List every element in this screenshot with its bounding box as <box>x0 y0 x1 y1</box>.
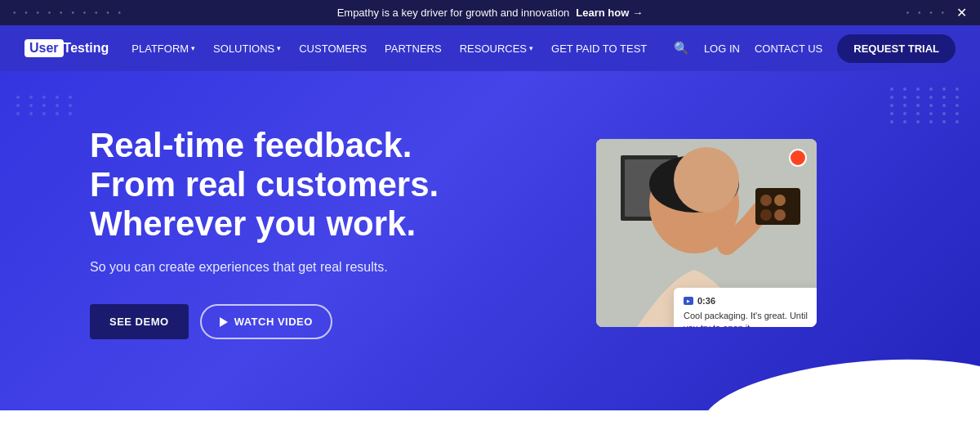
dots-decoration-right: • • • • <box>906 8 947 17</box>
video-frame: 0:36 Cool packaging. It's great. Until y… <box>596 139 817 327</box>
announcement-bar: • • • • • • • • • • Empathy is a key dri… <box>0 0 980 25</box>
announcement-text: Empathy is a key driver for growth and i… <box>337 7 570 19</box>
navbar-left: User Testing PLATFORM ▾ SOLUTIONS ▾ CUST… <box>24 39 647 57</box>
svg-point-8 <box>774 195 786 206</box>
logo-testing: Testing <box>64 41 109 56</box>
chevron-down-icon: ▾ <box>529 44 533 52</box>
login-link[interactable]: LOG IN <box>704 43 740 55</box>
navbar-right: 🔍 LOG IN CONTACT US REQUEST TRIAL <box>674 34 956 63</box>
nav-link-partners[interactable]: PARTNERS <box>385 43 442 55</box>
nav-item-get-paid[interactable]: GET PAID TO TEST <box>551 43 647 55</box>
nav-link-platform[interactable]: PLATFORM ▾ <box>131 43 195 55</box>
feedback-quote: Cool packaging. It's great. Until you tr… <box>684 310 815 327</box>
watch-video-button[interactable]: WatcH VidEO <box>200 304 332 339</box>
contact-link[interactable]: CONTACT US <box>755 43 822 55</box>
dots-decoration-left: • • • • • • • • • • <box>13 8 124 17</box>
nav-link-get-paid[interactable]: GET PAID TO TEST <box>551 43 647 55</box>
request-trial-button[interactable]: REQUEST TRIAL <box>837 34 956 63</box>
svg-point-10 <box>774 209 786 221</box>
record-indicator <box>789 149 807 167</box>
feedback-bubble: 0:36 Cool packaging. It's great. Until y… <box>674 288 817 327</box>
learn-how-link[interactable]: Learn how → <box>576 7 643 19</box>
close-announcement-button[interactable]: ✕ <box>956 5 967 20</box>
nav-link-customers[interactable]: CUSTOMERS <box>299 43 367 55</box>
hero-dots-left <box>16 96 77 115</box>
svg-point-5 <box>649 155 739 213</box>
svg-point-9 <box>760 209 772 221</box>
hero-section: Real-time feedback. From real customers.… <box>0 71 980 410</box>
see-demo-button[interactable]: SEE DEMO <box>90 304 189 339</box>
feedback-timestamp: 0:36 <box>697 296 715 306</box>
video-play-icon <box>684 297 693 305</box>
hero-subtitle: So you can create experiences that get r… <box>90 260 531 275</box>
svg-point-7 <box>760 195 772 206</box>
search-icon[interactable]: 🔍 <box>674 41 689 56</box>
chevron-down-icon: ▾ <box>277 44 281 52</box>
hero-content: Real-time feedback. From real customers.… <box>90 126 531 340</box>
nav-item-customers[interactable]: CUSTOMERS <box>299 43 367 55</box>
chevron-down-icon: ▾ <box>191 44 195 52</box>
nav-item-platform[interactable]: PLATFORM ▾ <box>131 43 195 55</box>
feedback-bubble-header: 0:36 <box>684 296 815 306</box>
nav-item-resources[interactable]: RESOURCES ▾ <box>460 43 533 55</box>
nav-link-resources[interactable]: RESOURCES ▾ <box>460 43 533 55</box>
navbar: User Testing PLATFORM ▾ SOLUTIONS ▾ CUST… <box>0 25 980 71</box>
hero-dots-right <box>890 87 964 123</box>
nav-items: PLATFORM ▾ SOLUTIONS ▾ CUSTOMERS PARTNER… <box>131 43 647 55</box>
logo-user: User <box>24 39 64 57</box>
play-icon <box>220 317 228 327</box>
hero-title: Real-time feedback. From real customers.… <box>90 126 531 244</box>
hero-visual: 0:36 Cool packaging. It's great. Until y… <box>596 139 825 327</box>
nav-item-partners[interactable]: PARTNERS <box>385 43 442 55</box>
hero-buttons: SEE DEMO WatcH VidEO <box>90 304 531 339</box>
nav-link-solutions[interactable]: SOLUTIONS ▾ <box>213 43 281 55</box>
nav-item-solutions[interactable]: SOLUTIONS ▾ <box>213 43 281 55</box>
logo-link[interactable]: User Testing <box>24 39 109 57</box>
